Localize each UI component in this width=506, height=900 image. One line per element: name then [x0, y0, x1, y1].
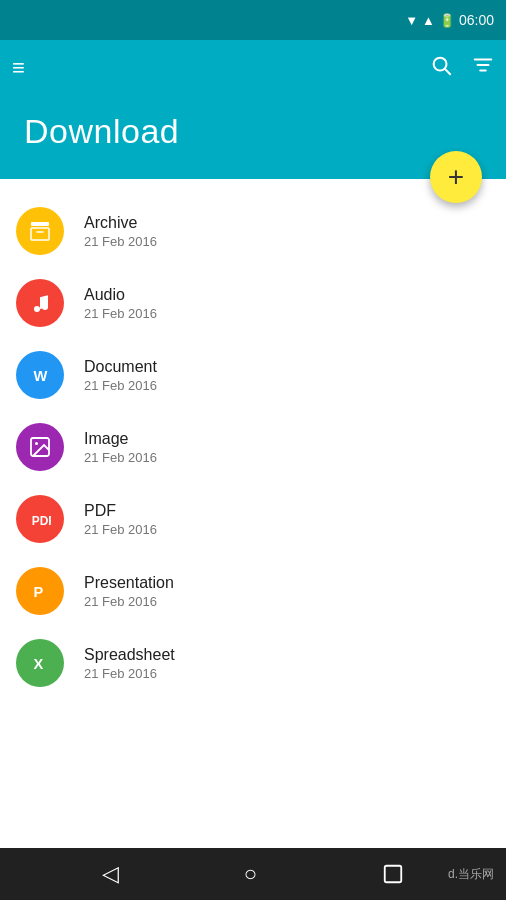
status-time: 06:00 [459, 12, 494, 28]
list-item-presentation[interactable]: P Presentation 21 Feb 2016 [0, 555, 506, 627]
image-name: Image [84, 430, 157, 448]
presentation-date: 21 Feb 2016 [84, 594, 174, 609]
pdf-date: 21 Feb 2016 [84, 522, 157, 537]
status-icons: ▼ ▲ 🔋 06:00 [405, 12, 494, 28]
list-item-document[interactable]: W Document 21 Feb 2016 [0, 339, 506, 411]
signal-icon: ▼ [405, 13, 418, 28]
pdf-icon: PDF [16, 495, 64, 543]
image-text: Image 21 Feb 2016 [84, 430, 157, 465]
filter-icon[interactable] [472, 54, 494, 82]
presentation-icon: P [16, 567, 64, 615]
add-button[interactable]: + [430, 151, 482, 203]
toolbar-left: ≡ [12, 57, 25, 79]
svg-rect-5 [31, 222, 49, 226]
status-bar: ▼ ▲ 🔋 06:00 [0, 0, 506, 40]
wifi-icon: ▲ [422, 13, 435, 28]
spreadsheet-date: 21 Feb 2016 [84, 666, 175, 681]
list-item-archive[interactable]: Archive 21 Feb 2016 [0, 195, 506, 267]
svg-rect-6 [31, 228, 49, 240]
recents-button[interactable] [382, 863, 404, 885]
svg-line-1 [445, 69, 450, 74]
audio-text: Audio 21 Feb 2016 [84, 286, 157, 321]
audio-name: Audio [84, 286, 157, 304]
toolbar-right [430, 54, 494, 82]
archive-icon [16, 207, 64, 255]
list-item-spreadsheet[interactable]: X Spreadsheet 21 Feb 2016 [0, 627, 506, 699]
toolbar: ≡ [0, 40, 506, 96]
svg-point-12 [35, 442, 38, 445]
audio-date: 21 Feb 2016 [84, 306, 157, 321]
bottom-nav: ◁ ○ d.当乐网 [0, 848, 506, 900]
archive-date: 21 Feb 2016 [84, 234, 157, 249]
presentation-text: Presentation 21 Feb 2016 [84, 574, 174, 609]
document-text: Document 21 Feb 2016 [84, 358, 157, 393]
svg-text:PDF: PDF [32, 514, 51, 528]
archive-text: Archive 21 Feb 2016 [84, 214, 157, 249]
svg-text:X: X [34, 656, 44, 672]
svg-rect-16 [384, 866, 401, 883]
document-icon: W [16, 351, 64, 399]
document-date: 21 Feb 2016 [84, 378, 157, 393]
page-title: Download [24, 112, 482, 151]
spreadsheet-text: Spreadsheet 21 Feb 2016 [84, 646, 175, 681]
presentation-name: Presentation [84, 574, 174, 592]
spreadsheet-icon: X [16, 639, 64, 687]
header-area: Download + [0, 96, 506, 179]
menu-icon[interactable]: ≡ [12, 57, 25, 79]
archive-name: Archive [84, 214, 157, 232]
watermark: d.当乐网 [448, 866, 494, 883]
pdf-text: PDF 21 Feb 2016 [84, 502, 157, 537]
image-date: 21 Feb 2016 [84, 450, 157, 465]
document-name: Document [84, 358, 157, 376]
list-item-pdf[interactable]: PDF PDF 21 Feb 2016 [0, 483, 506, 555]
svg-text:P: P [34, 584, 44, 600]
file-list: Archive 21 Feb 2016 Audio 21 Feb 2016 W … [0, 179, 506, 699]
svg-text:W: W [34, 368, 48, 384]
back-button[interactable]: ◁ [102, 861, 119, 887]
spreadsheet-name: Spreadsheet [84, 646, 175, 664]
home-button[interactable]: ○ [244, 861, 257, 887]
audio-icon [16, 279, 64, 327]
list-item-image[interactable]: Image 21 Feb 2016 [0, 411, 506, 483]
list-item-audio[interactable]: Audio 21 Feb 2016 [0, 267, 506, 339]
add-icon: + [448, 163, 464, 191]
svg-point-8 [34, 306, 40, 312]
pdf-name: PDF [84, 502, 157, 520]
battery-icon: 🔋 [439, 13, 455, 28]
search-icon[interactable] [430, 54, 452, 82]
image-icon [16, 423, 64, 471]
